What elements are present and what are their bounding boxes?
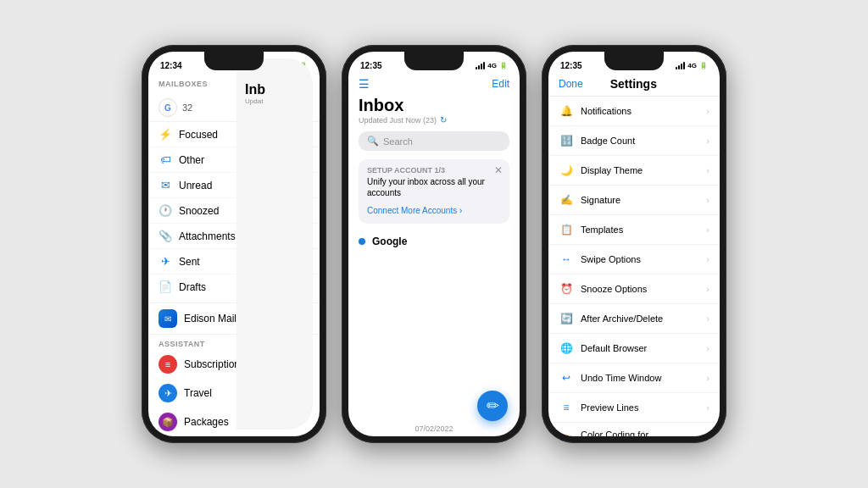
settings-badge-count[interactable]: 🔢 Badge Count › [548, 126, 720, 156]
phone-1: 12:34 4G 🔋 MAILBOXES [142, 45, 326, 443]
settings-notifications[interactable]: 🔔 Notifications › [548, 97, 720, 126]
travel-name: Travel [184, 387, 212, 399]
google-g-icon: G [159, 98, 177, 117]
bar4-3 [683, 62, 685, 69]
phone-3-screen: 12:35 4G 🔋 Done Settings [548, 52, 720, 436]
settings-templates[interactable]: 📋 Templates › [548, 215, 720, 245]
other-icon: 🏷 [159, 153, 172, 166]
after-archive-chevron: › [706, 313, 709, 324]
battery-3: 🔋 [699, 62, 708, 69]
setup-banner: SETUP ACCOUNT 1/3 Unify your inbox acros… [359, 159, 509, 224]
default-browser-chevron: › [706, 343, 709, 353]
date-label: 07/02/2022 [348, 421, 520, 436]
preview-lines-chevron: › [706, 402, 709, 413]
undo-time-chevron: › [706, 373, 709, 383]
notch-2 [404, 52, 464, 70]
inbox-panel: Inb Updat [236, 58, 313, 430]
inbox-panel-updated: Updat [242, 97, 308, 105]
badge-count-icon: 🔢 [559, 133, 574, 148]
time-2: 12:35 [360, 61, 382, 70]
signal-bars-2 [476, 62, 485, 69]
unread-icon: ✉ [159, 179, 172, 191]
bar1-3 [676, 67, 677, 69]
bar4-2 [483, 62, 485, 69]
preview-lines-label: Preview Lines [581, 402, 699, 413]
notifications-label: Notifications [581, 106, 699, 116]
settings-signature[interactable]: ✍ Signature › [548, 186, 720, 215]
inbox-title: Inbox [359, 96, 509, 115]
edit-button[interactable]: Edit [492, 78, 509, 90]
templates-label: Templates [581, 225, 699, 235]
inbox-subtitle-text: Updated Just Now (23) [359, 116, 437, 125]
search-bar[interactable]: 🔍 Search [359, 131, 509, 151]
phone2-content: ☰ Edit Inbox Updated Just Now (23) ↻ 🔍 S… [348, 75, 520, 436]
signal-label-3: 4G [687, 62, 697, 69]
setup-step: SETUP ACCOUNT 1/3 [367, 166, 501, 175]
after-archive-label: After Archive/Delete [581, 313, 699, 324]
bar3-3 [681, 64, 682, 69]
templates-icon: 📋 [559, 222, 574, 237]
bar2-3 [678, 65, 680, 69]
status-icons-3: 4G 🔋 [676, 62, 708, 69]
phones-container: 12:34 4G 🔋 MAILBOXES [133, 36, 735, 452]
display-theme-icon: 🌙 [559, 163, 574, 178]
display-theme-label: Display Theme [581, 165, 699, 175]
after-archive-icon: 🔄 [559, 311, 574, 326]
settings-color-coding[interactable]: 🎨 Color Coding for Accounts Off › [548, 423, 720, 436]
compose-fab[interactable]: ✏ [477, 391, 508, 421]
packages-icon: 📦 [159, 413, 177, 431]
packages-name: Packages [184, 416, 229, 428]
color-coding-icon: 🎨 [559, 432, 574, 436]
snooze-options-chevron: › [706, 284, 709, 294]
snooze-options-icon: ⏰ [559, 281, 574, 297]
settings-preview-lines[interactable]: ≡ Preview Lines › [548, 393, 720, 423]
compose-icon: ✏ [487, 396, 499, 415]
settings-undo-time[interactable]: ↩ Undo Time Window › [548, 363, 720, 393]
color-coding-value: Off [687, 435, 699, 436]
color-coding-chevron: › [706, 435, 709, 436]
search-icon: 🔍 [367, 136, 379, 147]
notch-3 [604, 52, 664, 70]
settings-default-browser[interactable]: 🌐 Default Browser › [548, 334, 720, 363]
inbox-subtitle: Updated Just Now (23) ↻ [359, 115, 509, 125]
settings-group-1: 🔔 Notifications › 🔢 Badge Count › 🌙 Disp… [548, 97, 720, 186]
time-1: 12:34 [160, 61, 182, 70]
settings-swipe-options[interactable]: ↔ Swipe Options › [548, 245, 720, 274]
close-icon[interactable]: ✕ [494, 164, 503, 176]
battery-2: 🔋 [499, 62, 508, 69]
phone2-topbar: ☰ Edit [348, 75, 520, 96]
attachments-icon: 📎 [159, 230, 172, 242]
phone-2-screen: 12:35 4G 🔋 ☰ Edit [348, 52, 520, 436]
done-button[interactable]: Done [559, 78, 583, 90]
notifications-icon: 🔔 [559, 103, 574, 119]
phone3-content: Done Settings 🔔 Notifications › 🔢 Badge … [548, 75, 720, 436]
inbox-header: Inbox Updated Just Now (23) ↻ [348, 96, 520, 128]
default-browser-icon: 🌐 [559, 341, 574, 356]
setup-link[interactable]: Connect More Accounts › [367, 206, 462, 215]
phone-3: 12:35 4G 🔋 Done Settings [542, 45, 726, 443]
notifications-chevron: › [706, 106, 709, 116]
drafts-icon: 📄 [159, 280, 172, 293]
focused-icon: ⚡ [159, 128, 172, 141]
status-icons-2: 4G 🔋 [476, 62, 508, 69]
refresh-icon[interactable]: ↻ [440, 115, 447, 125]
swipe-options-chevron: › [706, 254, 709, 264]
settings-after-archive[interactable]: 🔄 After Archive/Delete › [548, 304, 720, 334]
settings-snooze-options[interactable]: ⏰ Snooze Options › [548, 274, 720, 304]
phone-2: 12:35 4G 🔋 ☰ Edit [342, 45, 526, 443]
settings-title: Settings [610, 77, 657, 91]
hamburger-icon[interactable]: ☰ [359, 77, 370, 91]
swipe-options-icon: ↔ [559, 252, 574, 267]
google-account-name: Google [372, 236, 407, 247]
bar2-2 [478, 65, 480, 69]
settings-display-theme[interactable]: 🌙 Display Theme › [548, 156, 720, 186]
search-placeholder: Search [383, 136, 413, 147]
notch-1 [204, 52, 264, 70]
preview-lines-icon: ≡ [559, 400, 574, 415]
google-account[interactable]: Google [348, 229, 520, 254]
travel-icon: ✈ [159, 384, 177, 402]
google-left: G 32 [159, 98, 192, 117]
settings-group-2: ✍ Signature › 📋 Templates › ↔ Swipe Opti… [548, 186, 720, 436]
bar1-2 [476, 67, 477, 69]
signal-label-2: 4G [487, 62, 497, 69]
